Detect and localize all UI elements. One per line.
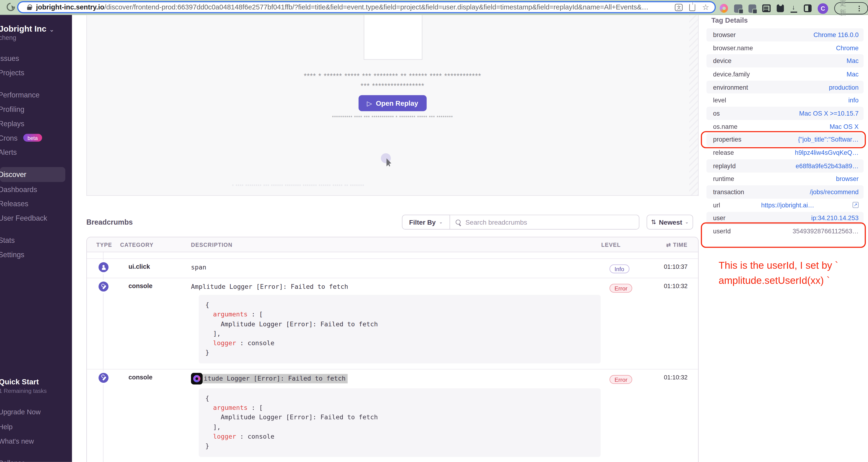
sidebar-item-help[interactable]: Help — [0, 420, 72, 434]
extensions-puzzle-icon[interactable] — [777, 4, 784, 12]
sidebar-item-settings[interactable]: Settings — [0, 247, 72, 262]
tag-value[interactable]: Mac OS X — [830, 123, 859, 130]
sidebar-item-collapse[interactable]: Collapse — [0, 456, 72, 462]
tag-row-browser.name: browser.nameChrome — [707, 41, 864, 55]
sidebar-item-crons[interactable]: Cronsbeta — [0, 130, 72, 145]
replay-masked-text-3: ********** **** *** *********** * ******… — [332, 114, 453, 120]
tag-value[interactable]: Chrome — [836, 44, 859, 51]
sidebar-item-upgrade-now[interactable]: Upgrade Now — [0, 405, 72, 420]
tag-key: release — [713, 150, 734, 156]
level-cell: Error — [601, 369, 654, 462]
sidebar-item-label: Alerts — [0, 148, 17, 156]
tag-value[interactable]: https://jobright.ai… — [761, 202, 814, 208]
tag-key: user — [713, 215, 725, 222]
sidebar-item-profiling[interactable]: Profiling — [0, 102, 72, 116]
sidebar-item-label: Upgrade Now — [0, 408, 41, 416]
sidebar-item-label: Settings — [0, 250, 24, 259]
sidebar-item-issues[interactable]: Issues — [0, 51, 72, 65]
breadcrumbs-table-body: ui.clickspanInfo01:10:37consoleAmplitude… — [87, 252, 698, 462]
sidebar-footer: Upgrade NowHelpWhat's newCollapse — [0, 405, 72, 462]
update-button[interactable]: 更新 ⋮ — [834, 2, 868, 14]
url-path: /discover/frontend-prod:66397dd0c0a04814… — [104, 3, 649, 11]
org-switcher[interactable]: Jobright Inc⌄ — [0, 24, 72, 33]
tag-value[interactable]: ip:34.210.14.253 — [811, 215, 859, 222]
table-row[interactable]: ui.clickspanInfo01:10:37 — [87, 259, 698, 278]
category-cell: console — [120, 278, 183, 369]
sidebar-item-alerts[interactable]: Alerts — [0, 145, 72, 159]
tag-value[interactable]: Mac OS X >=10.15.7 — [799, 110, 859, 117]
tag-row-userId: userId35493928766112563… — [707, 225, 864, 238]
tag-value[interactable]: e68f8a9fe52b43a89… — [796, 163, 859, 169]
translate-icon[interactable]: 文 — [675, 4, 683, 11]
sidebar-item-label: Releases — [0, 199, 28, 208]
sort-label: Newest — [659, 218, 682, 226]
level-badge: Info — [610, 265, 629, 273]
sidebar-item-dashboards[interactable]: Dashboards — [0, 182, 72, 196]
extension-icon-badged-1[interactable] — [734, 4, 742, 12]
console-args-code-block: { arguments : [ Amplitude Logger [Error]… — [199, 295, 601, 363]
search-input[interactable] — [464, 218, 633, 227]
sidebar-item-label: Collapse — [0, 459, 25, 462]
external-link-icon[interactable]: ↗ — [852, 202, 859, 208]
tag-value[interactable]: production — [829, 84, 859, 90]
replay-masked-text-faint: * **** ******** *** ****** ******** ****… — [232, 183, 364, 189]
filter-by-dropdown[interactable]: Filter By⌄ — [402, 215, 450, 230]
description-cell: Amplitude Logger [Error]: Failed to fetc… — [183, 278, 601, 369]
table-row[interactable]: consoleitude Logger [Error]: Failed to f… — [87, 369, 698, 462]
tag-value[interactable]: Mac — [846, 58, 859, 64]
sort-newest-button[interactable]: ⇅ Newest ⌄ — [647, 215, 693, 230]
tag-row-user: userip:34.210.14.253 — [707, 212, 864, 225]
tag-value[interactable]: browser — [836, 175, 859, 182]
open-replay-button[interactable]: ▷Open Replay — [359, 95, 427, 111]
quickstart-title[interactable]: Quick Start — [0, 378, 39, 386]
sidebar-item-stats[interactable]: Stats — [0, 233, 72, 247]
wrench-icon — [98, 373, 108, 383]
table-row[interactable]: consoleAmplitude Logger [Error]: Failed … — [87, 278, 698, 369]
replay-masked-text-1: **** * ****** ***** *** ******** ** ****… — [304, 72, 481, 80]
tag-value[interactable]: h9lpz4liw4sGvqKeQ… — [795, 150, 859, 156]
share-icon[interactable] — [689, 4, 695, 11]
breadcrumbs-title: Breadcrumbs — [86, 218, 133, 226]
tag-details-list: browserChrome 116.0.0browser.nameChromed… — [707, 28, 864, 238]
tag-key: level — [713, 97, 726, 104]
update-label: 更新 — [840, 0, 852, 18]
menu-kebab-icon[interactable]: ⋮ — [856, 4, 863, 12]
column-header-time[interactable]: ⇄ TIME — [654, 241, 699, 248]
side-panel-icon[interactable] — [804, 4, 812, 12]
replay-stripes-decoration — [689, 15, 698, 195]
sidebar-nav: IssuesProjectsPerformanceProfilingReplay… — [0, 51, 72, 262]
beta-badge: beta — [23, 134, 42, 141]
console-args-code-block: { arguments : [ Amplitude Logger [Error]… — [199, 388, 601, 457]
reload-icon[interactable] — [5, 1, 17, 13]
sidebar-item-performance[interactable]: Performance — [0, 87, 72, 102]
annotation-line-2: amplitude.setUserId(xx) ` — [718, 273, 838, 288]
tag-value[interactable]: info — [848, 97, 859, 104]
tag-value[interactable]: /jobs/recommend — [810, 189, 859, 195]
time-sort-icon: ⇄ — [666, 241, 671, 248]
sidebar-item-user-feedback[interactable]: User Feedback — [0, 211, 72, 225]
sidebar-item-label: User Feedback — [0, 214, 47, 222]
reading-list-icon[interactable] — [763, 4, 771, 12]
tag-value[interactable]: Mac — [846, 71, 859, 77]
profile-avatar[interactable]: C — [818, 3, 828, 14]
chatgpt-extension-icon[interactable] — [720, 4, 728, 13]
tag-key: runtime — [713, 175, 734, 182]
tag-row-transaction: transaction/jobs/recommend — [707, 186, 864, 199]
time-cell: 01:10:37 — [654, 259, 699, 278]
tag-value[interactable]: {"job_title":"Softwar… — [798, 136, 859, 143]
sidebar-item-label: What's new — [0, 438, 34, 446]
sidebar-item-replays[interactable]: Replays — [0, 116, 72, 130]
sidebar-item-projects[interactable]: Projects — [0, 65, 72, 80]
sidebar-item-what-s-new[interactable]: What's new — [0, 434, 72, 449]
tag-value[interactable]: Chrome 116.0.0 — [813, 31, 859, 38]
sidebar-item-label: Performance — [0, 90, 39, 99]
sidebar-item-label: Dashboards — [0, 185, 37, 193]
address-bar[interactable]: jobright-inc.sentry.io/discover/frontend… — [17, 1, 716, 13]
extension-icon-badged-2[interactable] — [748, 4, 756, 12]
sidebar-item-discover[interactable]: Discover — [0, 167, 65, 182]
breadcrumbs-search[interactable] — [450, 215, 639, 230]
downloads-icon[interactable] — [790, 4, 798, 12]
sidebar-item-releases[interactable]: Releases — [0, 196, 72, 211]
sidebar-item-label: Issues — [0, 54, 19, 62]
bookmark-star-icon[interactable]: ☆ — [702, 4, 709, 11]
